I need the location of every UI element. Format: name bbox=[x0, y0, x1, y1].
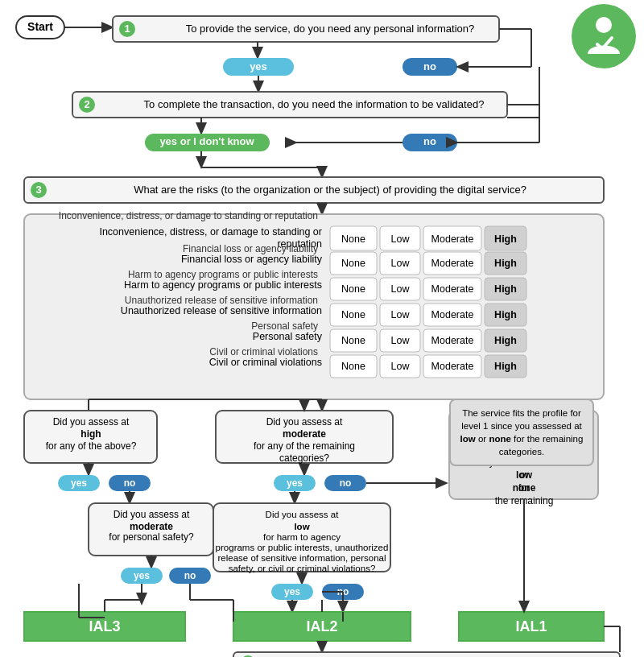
svg-text:yes: yes bbox=[284, 586, 300, 597]
svg-text:High: High bbox=[494, 283, 517, 295]
svg-text:yes or I don't know: yes or I don't know bbox=[159, 135, 254, 147]
svg-text:None: None bbox=[341, 233, 365, 245]
svg-text:Moderate: Moderate bbox=[431, 335, 474, 346]
risk-label-6: Civil or criminal violations bbox=[20, 346, 318, 357]
svg-text:1: 1 bbox=[124, 23, 130, 35]
svg-text:no: no bbox=[124, 477, 136, 489]
svg-text:Low: Low bbox=[391, 233, 411, 245]
diagram: Start 1 To provide the service, do you n… bbox=[0, 0, 644, 657]
svg-text:High: High bbox=[494, 361, 517, 372]
q1-text: To provide the service, do you need any … bbox=[186, 23, 474, 35]
svg-text:Financial loss or agency liabi: Financial loss or agency liability bbox=[181, 254, 323, 265]
svg-text:Did you assess at: Did you assess at bbox=[266, 510, 340, 519]
flow-diagram: Start 1 To provide the service, do you n… bbox=[8, 8, 636, 657]
svg-text:IAL1: IAL1 bbox=[515, 618, 547, 634]
svg-text:for any of the above?: for any of the above? bbox=[46, 440, 137, 452]
person-icon bbox=[572, 4, 636, 68]
svg-text:for personal safety?: for personal safety? bbox=[109, 531, 194, 543]
svg-text:release of sensitive informati: release of sensitive information, person… bbox=[217, 553, 386, 563]
risk-label-3: Harm to agency programs or public intere… bbox=[20, 269, 318, 280]
svg-text:None: None bbox=[341, 283, 365, 295]
svg-text:no: no bbox=[423, 135, 436, 147]
svg-text:What are the risks (to the org: What are the risks (to the organization … bbox=[134, 184, 526, 196]
svg-text:Moderate: Moderate bbox=[431, 309, 474, 320]
svg-text:categories?: categories? bbox=[279, 452, 329, 464]
svg-text:moderate: moderate bbox=[130, 521, 173, 532]
svg-text:Harm to agency programs or pub: Harm to agency programs or public intere… bbox=[124, 279, 322, 291]
svg-text:None: None bbox=[341, 361, 365, 372]
svg-text:High: High bbox=[494, 233, 517, 245]
svg-text:IAL2: IAL2 bbox=[306, 618, 337, 634]
svg-text:no: no bbox=[184, 570, 196, 581]
svg-text:for harm to agency: for harm to agency bbox=[263, 532, 341, 542]
svg-text:Low: Low bbox=[391, 335, 411, 346]
svg-text:High: High bbox=[494, 258, 517, 269]
svg-text:Low: Low bbox=[391, 283, 411, 295]
svg-text:yes: yes bbox=[134, 570, 150, 581]
svg-text:IAL3: IAL3 bbox=[89, 618, 120, 634]
risk-label-5: Personal safety bbox=[20, 320, 318, 332]
svg-text:moderate: moderate bbox=[283, 428, 326, 440]
svg-text:for: for bbox=[518, 482, 530, 494]
svg-text:None: None bbox=[341, 335, 365, 346]
svg-text:yes: yes bbox=[287, 477, 303, 489]
risk-label-1: Inconvenience, distress, or damage to st… bbox=[20, 210, 318, 223]
svg-text:no: no bbox=[340, 477, 352, 489]
svg-text:None: None bbox=[341, 309, 365, 320]
svg-text:Low: Low bbox=[391, 258, 411, 269]
risk-label-4: Unauthorized release of sensitive inform… bbox=[20, 295, 318, 306]
svg-text:or: or bbox=[520, 469, 529, 481]
svg-text:Did you assess at: Did you assess at bbox=[266, 416, 343, 428]
svg-text:High: High bbox=[494, 309, 517, 320]
svg-text:Personal safety: Personal safety bbox=[253, 331, 323, 342]
svg-text:Did you assess at: Did you assess at bbox=[114, 509, 190, 520]
level1-info-box: The service fits the profile for level 1… bbox=[449, 399, 594, 466]
svg-text:None: None bbox=[341, 258, 365, 269]
svg-text:To complete the transaction, d: To complete the transaction, do you need… bbox=[144, 98, 485, 110]
svg-text:Low: Low bbox=[391, 309, 411, 320]
svg-point-0 bbox=[596, 17, 612, 33]
svg-text:Moderate: Moderate bbox=[431, 258, 474, 269]
svg-text:Low: Low bbox=[391, 361, 411, 372]
svg-text:High: High bbox=[494, 335, 517, 346]
svg-text:for any of the remaining: for any of the remaining bbox=[254, 440, 355, 452]
svg-text:yes: yes bbox=[250, 60, 267, 72]
start-label: Start bbox=[27, 20, 53, 33]
svg-text:Moderate: Moderate bbox=[431, 283, 474, 295]
svg-rect-175 bbox=[233, 652, 620, 657]
svg-text:3: 3 bbox=[35, 184, 41, 196]
svg-text:Moderate: Moderate bbox=[431, 233, 474, 245]
svg-text:yes: yes bbox=[71, 477, 87, 489]
svg-text:Inconvenience, distress, or da: Inconvenience, distress, or damage to st… bbox=[99, 226, 322, 238]
svg-text:Did you assess at: Did you assess at bbox=[53, 416, 130, 428]
risk-label-2: Financial loss or agency liability bbox=[20, 243, 318, 254]
svg-text:low: low bbox=[294, 522, 309, 531]
svg-text:Moderate: Moderate bbox=[431, 361, 474, 372]
svg-text:no: no bbox=[423, 60, 436, 72]
svg-text:Unauthorized release of sensit: Unauthorized release of sensitive inform… bbox=[121, 305, 322, 316]
svg-text:high: high bbox=[80, 428, 101, 440]
svg-text:2: 2 bbox=[84, 98, 89, 110]
svg-text:Civil or criminal violations: Civil or criminal violations bbox=[209, 357, 322, 368]
svg-text:programs or public interests, : programs or public interests, unauthoriz… bbox=[216, 543, 389, 552]
